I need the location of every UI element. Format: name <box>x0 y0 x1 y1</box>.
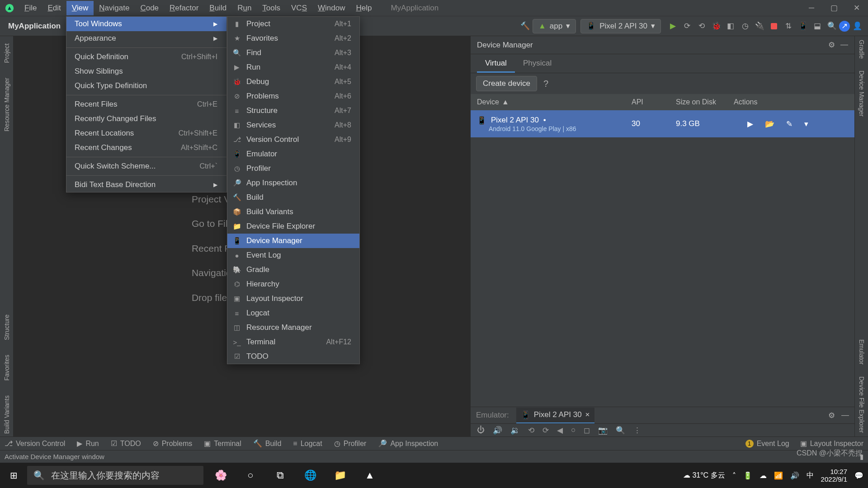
tool-window-item[interactable]: ⊘ProblemsAlt+6 <box>227 89 359 103</box>
tool-window-item[interactable]: 🐞DebugAlt+5 <box>227 75 359 89</box>
minimize-icon[interactable]: ─ <box>800 0 823 16</box>
tool-window-item[interactable]: 🔍FindAlt+3 <box>227 46 359 60</box>
tool-window-item[interactable]: ⌬Hierarchy <box>227 277 359 291</box>
tool-window-item[interactable]: ★FavoritesAlt+2 <box>227 31 359 46</box>
tool-window-item[interactable]: 📦Build Variants <box>227 205 359 219</box>
apply-changes-icon[interactable]: ⟳ <box>681 20 693 33</box>
menu-refactor[interactable]: Refactor <box>164 1 204 15</box>
ime-indicator[interactable]: 中 <box>807 471 814 480</box>
overview-icon[interactable]: ◻ <box>584 426 590 435</box>
stop-icon[interactable] <box>771 23 777 29</box>
view-menu-item[interactable]: Show Siblings <box>66 64 226 79</box>
menu-build[interactable]: Build <box>204 1 232 15</box>
view-menu-item[interactable]: Recent LocationsCtrl+Shift+E <box>66 126 226 141</box>
tool-window-item[interactable]: ▶RunAlt+4 <box>227 60 359 75</box>
close-tab-icon[interactable]: × <box>585 410 590 419</box>
debug-icon[interactable]: 🐞 <box>710 20 722 33</box>
wifi-icon[interactable]: 📶 <box>774 471 783 480</box>
left-tab-project[interactable]: Project <box>3 41 10 66</box>
search-everywhere-icon[interactable]: ↗ <box>839 21 850 32</box>
menu-run[interactable]: Run <box>232 1 257 15</box>
bottom-tab-vcs[interactable]: ⎇ Version Control <box>5 439 65 448</box>
menu-code[interactable]: Code <box>135 1 164 15</box>
menu-window[interactable]: Window <box>312 1 350 15</box>
sdk-icon[interactable]: ⬓ <box>811 20 824 33</box>
left-tab-resource-manager[interactable]: Resource Manager <box>3 75 10 134</box>
apply-code-icon[interactable]: ⟲ <box>695 20 708 33</box>
screenshot-icon[interactable]: 📷 <box>598 426 608 435</box>
bottom-tab-run[interactable]: ▶ Run <box>77 439 99 448</box>
device-dropdown[interactable]: 📱 Pixel 2 API 30 ▾ <box>580 19 661 33</box>
back-icon[interactable]: ◀ <box>557 426 563 435</box>
run-icon[interactable]: ▶ <box>666 20 679 33</box>
bottom-tab-event-log[interactable]: 1 Event Log <box>745 439 789 448</box>
bottom-tab-problems[interactable]: ⊘ Problems <box>153 439 193 448</box>
taskbar-news-icon[interactable]: 🌸 <box>208 463 233 488</box>
device-row[interactable]: 📱Pixel 2 API 30 • Android 11.0 Google Pl… <box>471 110 854 137</box>
open-folder-icon[interactable]: 📂 <box>765 119 774 129</box>
tool-window-item[interactable]: ◫Resource Manager <box>227 320 359 335</box>
tool-window-item[interactable]: 📱Device Manager <box>227 234 359 248</box>
bottom-tab-todo[interactable]: ☑ TODO <box>111 439 141 448</box>
rotate-right-icon[interactable]: ⟳ <box>542 426 549 435</box>
onedrive-icon[interactable]: ☁ <box>760 471 767 480</box>
minimize-panel-icon[interactable]: — <box>840 40 848 50</box>
view-menu-item[interactable]: Quick Type Definition <box>66 79 226 93</box>
right-tab-device-manager[interactable]: Device Manager <box>858 67 865 120</box>
help-icon[interactable]: ? <box>543 79 548 89</box>
col-actions[interactable]: Actions <box>734 98 854 106</box>
tool-window-item[interactable]: ◷Profiler <box>227 161 359 176</box>
tool-window-item[interactable]: ◧ServicesAlt+8 <box>227 118 359 132</box>
bottom-tab-terminal[interactable]: ▣ Terminal <box>204 439 241 448</box>
notifications-icon[interactable]: 💬 <box>854 471 863 480</box>
create-device-button[interactable]: Create device <box>476 76 537 91</box>
zoom-icon[interactable]: 🔍 <box>616 426 625 435</box>
col-size[interactable]: Size on Disk <box>676 98 734 106</box>
tool-window-item[interactable]: 🔨Build <box>227 190 359 205</box>
view-menu-item[interactable]: Recently Changed Files <box>66 112 226 126</box>
taskbar-edge-icon[interactable]: 🌐 <box>297 463 323 488</box>
rotate-left-icon[interactable]: ⟲ <box>528 426 534 435</box>
menu-tools[interactable]: Tools <box>257 1 286 15</box>
close-icon[interactable]: ✕ <box>845 0 868 16</box>
run-config-dropdown[interactable]: ▲ app ▾ <box>533 19 576 33</box>
tool-window-item[interactable]: ☑TODO <box>227 349 359 364</box>
sync-icon[interactable]: ⇅ <box>782 20 795 33</box>
left-tab-build-variants[interactable]: Build Variants <box>3 393 10 436</box>
taskbar-search[interactable]: 🔍 在这里输入你要搜索的内容 <box>27 466 203 485</box>
gear-icon[interactable]: ⚙ <box>828 40 835 50</box>
weather-widget[interactable]: ☁ 31°C 多云 <box>683 471 725 480</box>
menu-edit[interactable]: Edit <box>42 1 66 15</box>
maximize-icon[interactable]: ▢ <box>823 0 845 16</box>
start-button[interactable]: ⊞ <box>0 470 27 481</box>
view-menu-item[interactable]: Quick DefinitionCtrl+Shift+I <box>66 50 226 64</box>
right-tab-device-file-explorer[interactable]: Device File Explorer <box>858 373 865 436</box>
user-icon[interactable]: 👤 <box>851 20 863 33</box>
more-icon[interactable]: ▾ <box>804 119 808 129</box>
menu-help[interactable]: Help <box>350 1 377 15</box>
tray-chevron-icon[interactable]: ˄ <box>732 471 736 480</box>
tool-window-item[interactable]: 📱Emulator <box>227 147 359 161</box>
search-icon[interactable]: 🔍 <box>826 20 838 33</box>
power-icon[interactable]: ⏻ <box>477 426 485 435</box>
attach-debugger-icon[interactable]: 🔌 <box>753 20 766 33</box>
tool-window-item[interactable]: 🔎App Inspection <box>227 176 359 190</box>
taskbar-taskview-icon[interactable]: ⧉ <box>268 463 293 488</box>
bottom-tab-layout-inspector[interactable]: ▣ Layout Inspector <box>800 439 863 448</box>
taskbar-explorer-icon[interactable]: 📁 <box>327 463 353 488</box>
emulator-tab[interactable]: 📱 Pixel 2 API 30 × <box>516 408 594 423</box>
view-menu-item[interactable]: Appearance▶ <box>66 31 226 46</box>
view-menu-item[interactable]: Recent FilesCtrl+E <box>66 97 226 112</box>
tool-window-item[interactable]: ⎇Version ControlAlt+9 <box>227 132 359 147</box>
more-vert-icon[interactable]: ⋮ <box>633 426 641 435</box>
menu-navigate[interactable]: Navigate <box>94 1 135 15</box>
right-tab-gradle[interactable]: Gradle <box>858 36 865 62</box>
battery-icon[interactable]: 🔋 <box>743 471 752 480</box>
col-api[interactable]: API <box>632 98 676 106</box>
profile-icon[interactable]: ◷ <box>739 20 751 33</box>
view-menu-item[interactable]: Recent ChangesAlt+Shift+C <box>66 141 226 155</box>
gear-icon[interactable]: ⚙ <box>828 411 835 420</box>
minimize-panel-icon[interactable]: — <box>841 411 849 420</box>
launch-icon[interactable]: ▶ <box>747 119 753 129</box>
view-menu-item[interactable]: Quick Switch Scheme...Ctrl+` <box>66 159 226 174</box>
